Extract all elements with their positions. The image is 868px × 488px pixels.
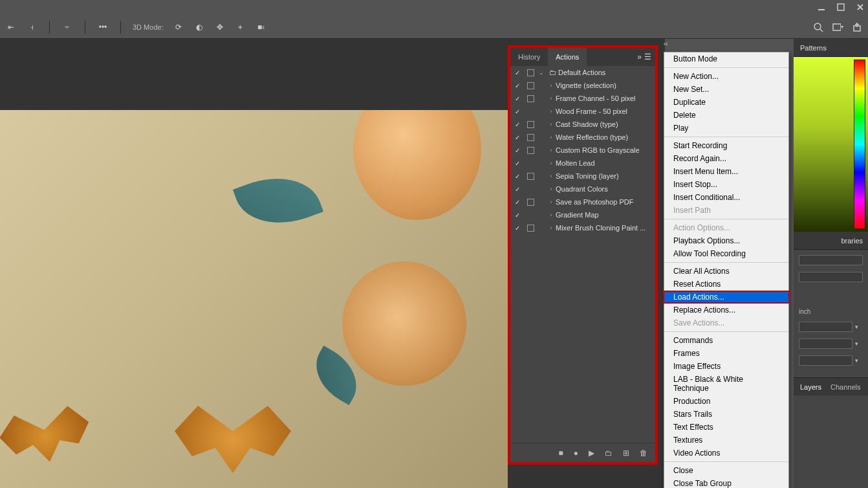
document-canvas[interactable] — [0, 110, 508, 488]
prop-dropdown-1[interactable] — [799, 322, 852, 332]
menu-item-lab-black-white-technique[interactable]: LAB - Black & White Technique — [664, 373, 788, 395]
toggle-action-set[interactable]: ✓ — [510, 69, 525, 76]
menu-item-insert-stop[interactable]: Insert Stop... — [664, 178, 788, 191]
search-icon[interactable] — [812, 21, 824, 33]
toggle-action[interactable]: ✓ — [510, 134, 525, 141]
color-picker[interactable] — [794, 57, 868, 232]
orbit-icon[interactable]: ⟳ — [173, 21, 184, 33]
toggle-action[interactable]: ✓ — [510, 199, 525, 206]
action-row[interactable]: ✓›Quadrant Colors — [510, 183, 655, 195]
menu-item-insert-menu-item[interactable]: Insert Menu Item... — [664, 165, 788, 178]
action-row[interactable]: ✓›Frame Channel - 50 pixel — [510, 92, 655, 105]
pan-icon[interactable]: ✥ — [214, 21, 226, 33]
arrange-docs-icon[interactable]: ▾ — [832, 21, 843, 33]
expand-action-icon[interactable]: › — [547, 212, 556, 218]
menu-item-insert-conditional[interactable]: Insert Conditional... — [664, 191, 788, 204]
toggle-dialog[interactable] — [525, 121, 536, 128]
delete-icon[interactable]: 🗑 — [640, 449, 647, 458]
minimize-icon[interactable] — [818, 2, 825, 14]
menu-item-video-actions[interactable]: Video Actions — [664, 447, 788, 460]
menu-item-duplicate[interactable]: Duplicate — [664, 96, 788, 109]
record-icon[interactable]: ● — [574, 449, 578, 458]
menu-item-play[interactable]: Play — [664, 122, 788, 135]
tab-patterns[interactable]: Patterns — [800, 44, 827, 52]
expand-action-icon[interactable]: › — [547, 160, 556, 166]
share-icon[interactable] — [851, 21, 863, 33]
expand-action-icon[interactable]: › — [547, 82, 556, 89]
action-row[interactable]: ✓›Molten Lead — [510, 157, 655, 170]
menu-item-button-mode[interactable]: Button Mode — [664, 52, 788, 65]
menu-item-textures[interactable]: Textures — [664, 434, 788, 447]
toggle-action[interactable]: ✓ — [510, 147, 525, 154]
toggle-action[interactable]: ✓ — [510, 212, 525, 219]
menu-item-clear-all-actions[interactable]: Clear All Actions — [664, 265, 788, 278]
panel-menu-icon[interactable]: ☰ — [644, 52, 651, 61]
toggle-action[interactable]: ✓ — [510, 95, 525, 102]
more-options-icon[interactable]: ••• — [97, 21, 109, 33]
action-row[interactable]: ✓›Mixer Brush Cloning Paint ... — [510, 221, 655, 234]
toggle-dialog[interactable] — [525, 147, 536, 154]
tab-actions[interactable]: Actions — [548, 48, 587, 66]
tab-history[interactable]: History — [510, 48, 548, 66]
toggle-action[interactable]: ✓ — [510, 160, 525, 167]
toggle-action[interactable]: ✓ — [510, 108, 525, 115]
action-set-name[interactable]: Default Actions — [558, 69, 653, 76]
menu-item-commands[interactable]: Commands — [664, 334, 788, 347]
play-icon[interactable]: ▶ — [589, 449, 594, 458]
menu-item-playback-options[interactable]: Playback Options... — [664, 234, 788, 247]
menu-item-record-again[interactable]: Record Again... — [664, 152, 788, 165]
action-row[interactable]: ✓›Cast Shadow (type) — [510, 118, 655, 131]
align-left-icon[interactable]: ⇤ — [5, 21, 17, 33]
maximize-icon[interactable] — [837, 2, 845, 14]
prop-field-h[interactable] — [799, 272, 863, 282]
stop-icon[interactable]: ■ — [559, 449, 563, 458]
expand-action-icon[interactable]: › — [547, 147, 556, 153]
align-center-icon[interactable]: ⫟ — [61, 21, 73, 33]
toggle-dialog[interactable] — [525, 225, 536, 232]
menu-item-allow-tool-recording[interactable]: Allow Tool Recording — [664, 247, 788, 260]
new-set-icon[interactable]: 🗀 — [605, 449, 613, 458]
menu-item-frames[interactable]: Frames — [664, 347, 788, 360]
expand-action-icon[interactable]: › — [547, 108, 556, 115]
slide-icon[interactable]: ⌖ — [235, 21, 246, 33]
menu-item-close-tab-group[interactable]: Close Tab Group — [664, 477, 788, 488]
expand-action-icon[interactable]: › — [547, 225, 556, 231]
expand-action-icon[interactable]: › — [547, 186, 556, 192]
menu-item-new-set[interactable]: New Set... — [664, 83, 788, 96]
tab-libraries[interactable]: braries — [841, 237, 863, 245]
menu-item-text-effects[interactable]: Text Effects — [664, 421, 788, 434]
menu-item-image-effects[interactable]: Image Effects — [664, 360, 788, 373]
expand-action-icon[interactable]: › — [547, 199, 556, 205]
action-row[interactable]: ✓›Vignette (selection) — [510, 79, 655, 92]
toggle-dialog[interactable] — [525, 82, 536, 89]
menu-item-new-action[interactable]: New Action... — [664, 70, 788, 83]
menu-item-production[interactable]: Production — [664, 395, 788, 408]
expand-action-icon[interactable]: › — [547, 173, 556, 179]
new-action-icon[interactable]: ⊞ — [623, 449, 629, 458]
tab-layers[interactable]: Layers — [800, 383, 821, 391]
action-row[interactable]: ✓›Save as Photoshop PDF — [510, 195, 655, 208]
expand-action-icon[interactable]: › — [547, 134, 556, 140]
menu-item-close[interactable]: Close — [664, 464, 788, 477]
prop-dropdown-2[interactable] — [799, 338, 852, 349]
collapse-panel-icon[interactable]: » — [637, 52, 642, 61]
toggle-action[interactable]: ✓ — [510, 82, 525, 89]
action-row[interactable]: ✓›Wood Frame - 50 pixel — [510, 105, 655, 118]
toggle-action[interactable]: ✓ — [510, 173, 525, 180]
prop-field-w[interactable] — [799, 255, 863, 265]
align-bottom-icon[interactable]: ⫞ — [26, 21, 38, 33]
scale-icon[interactable]: ■‹ — [255, 21, 267, 33]
close-icon[interactable] — [856, 2, 864, 14]
menu-item-reset-actions[interactable]: Reset Actions — [664, 278, 788, 291]
tab-channels[interactable]: Channels — [830, 383, 860, 391]
toggle-action[interactable]: ✓ — [510, 121, 525, 128]
menu-item-stars-trails[interactable]: Stars Trails — [664, 408, 788, 421]
menu-item-replace-actions[interactable]: Replace Actions... — [664, 304, 788, 316]
prop-dropdown-3[interactable] — [799, 355, 852, 366]
toggle-dialog-set[interactable] — [525, 69, 536, 76]
toggle-action[interactable]: ✓ — [510, 186, 525, 193]
toggle-dialog[interactable] — [525, 173, 536, 180]
toggle-dialog[interactable] — [525, 95, 536, 102]
collapse-panels-icon[interactable]: ‹‹ — [664, 40, 677, 49]
action-row[interactable]: ✓›Custom RGB to Grayscale — [510, 144, 655, 157]
